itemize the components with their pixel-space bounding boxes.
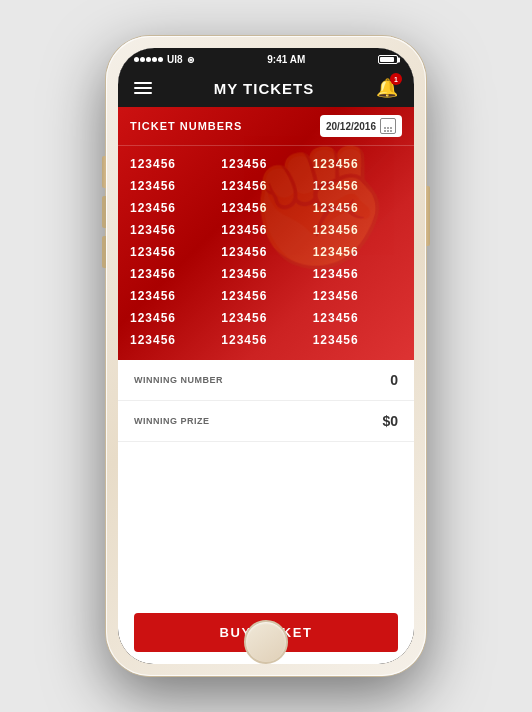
winning-number-label: WINNING NUMBER	[134, 375, 223, 385]
ticket-number: 123456	[313, 220, 402, 240]
ticket-number: 123456	[221, 198, 310, 218]
date-picker[interactable]: 20/12/2016	[320, 115, 402, 137]
battery-icon	[378, 55, 398, 64]
winning-prize-label: WINNING PRIZE	[134, 416, 210, 426]
ticket-number: 123456	[221, 308, 310, 328]
signal-bars	[134, 57, 163, 62]
ticket-number: 123456	[313, 264, 402, 284]
ticket-numbers-label: TICKET NUMBERS	[130, 120, 242, 132]
signal-dot-4	[152, 57, 157, 62]
ticket-number: 123456	[313, 176, 402, 196]
ticket-number: 123456	[221, 176, 310, 196]
status-left: UI8 ⊛	[134, 54, 195, 65]
battery-fill	[380, 57, 394, 62]
wifi-icon: ⊛	[187, 55, 195, 65]
ticket-number: 123456	[130, 308, 219, 328]
signal-dot-1	[134, 57, 139, 62]
time-display: 9:41 AM	[267, 54, 305, 65]
hamburger-line-3	[134, 92, 152, 94]
status-bar: UI8 ⊛ 9:41 AM	[118, 48, 414, 69]
ticket-number: 123456	[130, 198, 219, 218]
signal-dot-3	[146, 57, 151, 62]
cal-dot	[384, 127, 386, 129]
ticket-number: 123456	[221, 264, 310, 284]
notification-badge: 1	[390, 73, 402, 85]
numbers-grid: 1234561234561234561234561234561234561234…	[118, 146, 414, 360]
page-title: MY TICKETS	[214, 80, 315, 97]
date-display: 20/12/2016	[326, 121, 376, 132]
ticket-number: 123456	[130, 330, 219, 350]
bottom-section: WINNING NUMBER 0 WINNING PRIZE $0 BUY TI…	[118, 360, 414, 664]
ticket-number: 123456	[130, 154, 219, 174]
home-button[interactable]	[244, 620, 288, 664]
ticket-number: 123456	[221, 154, 310, 174]
cal-dot	[387, 130, 389, 132]
phone-frame: UI8 ⊛ 9:41 AM MY TICKETS	[106, 36, 426, 676]
ticket-number: 123456	[313, 154, 402, 174]
ticket-number: 123456	[313, 242, 402, 262]
ticket-number: 123456	[130, 220, 219, 240]
notifications-button[interactable]: 🔔 1	[376, 77, 398, 99]
winning-prize-value: $0	[382, 413, 398, 429]
ticket-number: 123456	[313, 286, 402, 306]
ticket-number: 123456	[313, 308, 402, 328]
cal-dot	[387, 127, 389, 129]
ticket-number: 123456	[221, 286, 310, 306]
calendar-grid	[384, 127, 392, 132]
menu-button[interactable]	[134, 82, 152, 94]
ticket-number: 123456	[221, 242, 310, 262]
status-right	[378, 55, 398, 64]
ticket-number: 123456	[130, 286, 219, 306]
ticket-number: 123456	[130, 242, 219, 262]
ticket-number: 123456	[221, 220, 310, 240]
ticket-section: TICKET NUMBERS 20/12/2016	[118, 107, 414, 360]
winning-number-row: WINNING NUMBER 0	[118, 360, 414, 401]
navigation-bar: MY TICKETS 🔔 1	[118, 69, 414, 107]
ticket-number: 123456	[221, 330, 310, 350]
hamburger-line-1	[134, 82, 152, 84]
carrier-label: UI8	[167, 54, 183, 65]
main-content: TICKET NUMBERS 20/12/2016	[118, 107, 414, 664]
cal-dot	[384, 130, 386, 132]
ticket-number: 123456	[130, 176, 219, 196]
signal-dot-5	[158, 57, 163, 62]
winning-prize-row: WINNING PRIZE $0	[118, 401, 414, 442]
ticket-header: TICKET NUMBERS 20/12/2016	[118, 107, 414, 146]
calendar-icon	[380, 118, 396, 134]
ticket-number: 123456	[130, 264, 219, 284]
winning-number-value: 0	[390, 372, 398, 388]
phone-screen: UI8 ⊛ 9:41 AM MY TICKETS	[118, 48, 414, 664]
cal-dot	[390, 127, 392, 129]
screen: UI8 ⊛ 9:41 AM MY TICKETS	[118, 48, 414, 664]
cal-dot	[390, 130, 392, 132]
hamburger-line-2	[134, 87, 152, 89]
ticket-number: 123456	[313, 198, 402, 218]
signal-dot-2	[140, 57, 145, 62]
ticket-number: 123456	[313, 330, 402, 350]
